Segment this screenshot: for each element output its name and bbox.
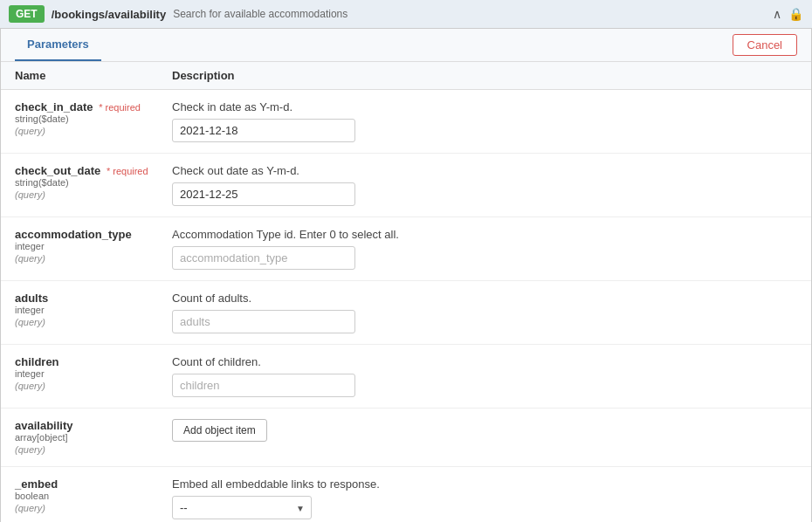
param-location-embed: (query)	[15, 503, 45, 513]
param-desc-col-check-out-date: Check out date as Y-m-d.	[172, 164, 797, 206]
required-label-check-out-date: * required	[107, 166, 148, 176]
param-location-accommodation-type: (query)	[15, 253, 45, 264]
param-name-check-out-date: check_out_date	[15, 164, 100, 177]
param-name-children: children	[15, 355, 59, 368]
param-row-children: children integer (query) Count of childr…	[1, 345, 811, 409]
children-input[interactable]	[172, 374, 355, 397]
param-desc-col-accommodation-type: Accommodation Type id. Enter 0 to select…	[172, 228, 797, 270]
param-location-check-out-date: (query)	[15, 189, 45, 200]
col-header-name: Name	[15, 69, 172, 82]
param-description-embed: Embed all embeddable links to response.	[172, 477, 797, 491]
param-name-adults: adults	[15, 292, 48, 305]
param-description-check-out-date: Check out date as Y-m-d.	[172, 164, 797, 177]
param-desc-col-check-in-date: Check in date as Y-m-d.	[172, 100, 797, 142]
param-location-check-in-date: (query)	[15, 126, 45, 136]
table-header-row: Name Description	[1, 62, 811, 90]
main-container: Parameters Cancel Name Description check…	[0, 29, 812, 522]
endpoint-description: Search for available accommodations	[173, 8, 348, 20]
cancel-button[interactable]: Cancel	[733, 34, 797, 56]
param-name-accommodation-type: accommodation_type	[15, 228, 132, 241]
param-name-col-availability: availability array[object] (query)	[15, 419, 172, 456]
param-name-embed: _embed	[15, 477, 58, 491]
param-type-availability: array[object]	[15, 432, 172, 443]
param-description-children: Count of children.	[172, 355, 797, 368]
param-name-check-in-date: check_in_date	[15, 100, 93, 113]
method-badge: GET	[9, 5, 45, 23]
param-name-availability: availability	[15, 419, 72, 432]
param-type-embed: boolean	[15, 491, 172, 501]
param-row-check-in-date: check_in_date * required string($date) (…	[1, 90, 811, 154]
param-name-col-adults: adults integer (query)	[15, 292, 172, 328]
tabs-bar: Parameters Cancel	[1, 29, 811, 62]
check-out-date-input[interactable]	[172, 182, 355, 206]
parameters-table: Name Description check_in_date * require…	[1, 62, 811, 522]
param-location-availability: (query)	[15, 444, 45, 455]
param-location-adults: (query)	[15, 317, 45, 327]
accommodation-type-input[interactable]	[172, 246, 355, 270]
top-bar-icons: ∧ 🔒	[773, 7, 803, 21]
param-desc-col-adults: Count of adults.	[172, 292, 797, 333]
embed-select[interactable]: -- true false	[172, 496, 312, 519]
param-name-col-accommodation-type: accommodation_type integer (query)	[15, 228, 172, 264]
param-type-children: integer	[15, 368, 172, 379]
collapse-button[interactable]: ∧	[773, 7, 781, 21]
param-name-col-embed: _embed boolean (query)	[15, 477, 172, 514]
param-name-col-check-out-date: check_out_date * required string($date) …	[15, 164, 172, 201]
top-bar: GET /bookings/availability Search for av…	[0, 0, 812, 29]
embed-select-wrapper: -- true false	[172, 496, 312, 519]
add-object-button[interactable]: Add object item	[172, 419, 267, 442]
param-desc-col-children: Count of children.	[172, 355, 797, 397]
param-description-accommodation-type: Accommodation Type id. Enter 0 to select…	[172, 228, 797, 241]
param-desc-col-availability: Add object item	[172, 419, 797, 442]
param-desc-col-embed: Embed all embeddable links to response. …	[172, 477, 797, 519]
param-row-accommodation-type: accommodation_type integer (query) Accom…	[1, 217, 811, 281]
param-type-accommodation-type: integer	[15, 241, 172, 251]
param-row-check-out-date: check_out_date * required string($date) …	[1, 154, 811, 217]
param-row-adults: adults integer (query) Count of adults.	[1, 281, 811, 345]
param-description-adults: Count of adults.	[172, 292, 797, 305]
tab-parameters[interactable]: Parameters	[15, 29, 101, 61]
adults-input[interactable]	[172, 310, 355, 333]
col-header-description: Description	[172, 69, 235, 82]
endpoint-path: /bookings/availability	[52, 8, 166, 21]
required-label-check-in-date: * required	[99, 102, 141, 113]
param-description-check-in-date: Check in date as Y-m-d.	[172, 100, 797, 113]
param-type-check-out-date: string($date)	[15, 177, 172, 188]
param-row-availability: availability array[object] (query) Add o…	[1, 409, 811, 467]
param-type-adults: integer	[15, 305, 172, 315]
check-in-date-input[interactable]	[172, 119, 355, 142]
param-name-col-children: children integer (query)	[15, 355, 172, 392]
param-location-children: (query)	[15, 381, 45, 391]
param-row-embed: _embed boolean (query) Embed all embedda…	[1, 467, 811, 522]
param-name-col-check-in-date: check_in_date * required string($date) (…	[15, 100, 172, 137]
param-type-check-in-date: string($date)	[15, 113, 172, 124]
lock-icon[interactable]: 🔒	[788, 7, 803, 21]
